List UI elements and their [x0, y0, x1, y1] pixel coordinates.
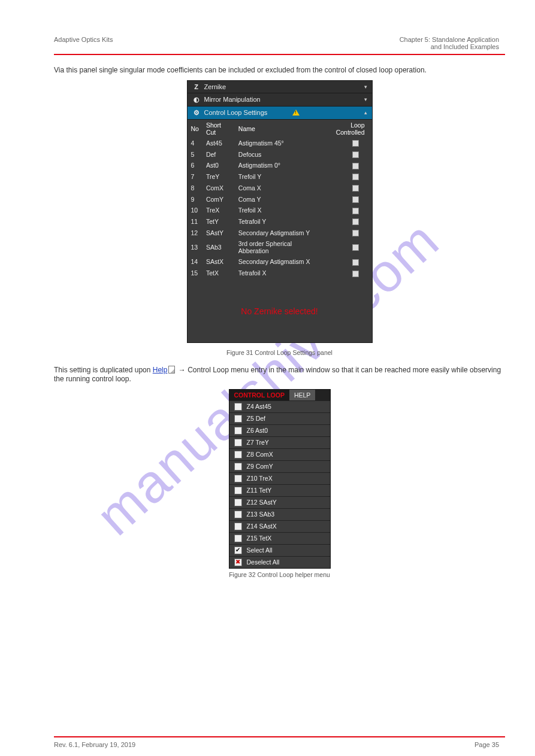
menu-tabs: CONTROL LOOP HELP [229, 390, 330, 400]
chevron-up-icon: ▴ [364, 110, 367, 116]
loop-checkbox[interactable] [352, 259, 359, 266]
checkbox[interactable] [234, 463, 242, 470]
list-item[interactable]: Z4 Ast45 [229, 400, 330, 412]
checkbox[interactable] [234, 475, 242, 482]
cell-name: Trefoil X [235, 205, 319, 216]
para-2: This setting is duplicated upon Help → C… [54, 365, 505, 384]
list-item[interactable]: Z14 SAstX [229, 520, 330, 532]
cell-sc: SAstX [202, 256, 235, 268]
cell-sc: Ast0 [202, 160, 235, 171]
loop-checkbox[interactable] [352, 196, 359, 203]
list-item[interactable]: Z6 Ast0 [229, 424, 330, 436]
col-loop-controlled: Loop Controlled [319, 120, 372, 138]
cell-name: 3rd order Spherical Abberation [235, 238, 319, 256]
table-row: 6Ast0Astigmatism 0° [188, 160, 372, 171]
list-item[interactable]: Z10 TreX [229, 472, 330, 484]
item-label: Z15 TetX [247, 535, 272, 542]
item-label: Z6 Ast0 [247, 427, 268, 434]
cell-name: Defocus [235, 148, 319, 160]
cell-name: Tetrafoil Y [235, 216, 319, 227]
zernike-icon: Z [192, 83, 201, 90]
header-right: Chapter 5: Standalone Application and In… [400, 36, 499, 50]
intro-paragraph: Via this panel single singular mode coef… [54, 66, 505, 75]
item-label: Z11 TetY [247, 487, 272, 494]
deselect-all-label: Deselect All [247, 558, 280, 566]
table-row: 13SAb33rd order Spherical Abberation [188, 238, 372, 256]
figure-31-caption: Figure 31 Control Loop Settings panel [54, 349, 505, 356]
list-item[interactable]: Z11 TetY [229, 484, 330, 496]
header-left: Adaptive Optics Kits [54, 36, 113, 43]
loop-checkbox[interactable] [352, 185, 359, 192]
checkbox[interactable] [234, 415, 242, 423]
table-row: 12SAstYSecondary Astigmatism Y [188, 227, 372, 238]
accordion-mirror-manipulation[interactable]: ◐ Mirror Manipulation ▾ [188, 93, 372, 107]
item-label: Z8 ComX [247, 451, 273, 458]
cell-no: 9 [188, 193, 202, 205]
cell-sc: TetX [202, 268, 235, 279]
list-item[interactable]: Z5 Def [229, 412, 330, 424]
tab-help[interactable]: HELP [289, 390, 315, 400]
cell-no: 11 [188, 216, 202, 227]
table-row: 10TreXTrefoil X [188, 205, 372, 216]
cell-name: Trefoil Y [235, 171, 319, 183]
checkbox-x[interactable] [234, 558, 242, 566]
list-item[interactable]: Z13 SAb3 [229, 508, 330, 520]
loop-checkbox[interactable] [352, 208, 359, 214]
cell-no: 5 [188, 148, 202, 160]
cell-sc: SAstY [202, 227, 235, 238]
checkbox-checked[interactable] [234, 546, 242, 554]
zernike-label: Zernike [204, 83, 226, 90]
loop-checkbox[interactable] [352, 163, 359, 169]
cell-name: Tetrafoil X [235, 268, 319, 279]
tab-control-loop[interactable]: CONTROL LOOP [229, 390, 289, 400]
footer-rev: Rev. 6.1, February 19, 2019 [54, 741, 135, 748]
table-row: 9ComYComa Y [188, 193, 372, 205]
control-loop-helper-menu: CONTROL LOOP HELP Z4 Ast45 Z5 Def Z6 Ast… [229, 389, 331, 569]
list-item[interactable]: Z7 TreY [229, 436, 330, 448]
list-item[interactable]: Z8 ComX [229, 448, 330, 460]
deselect-all-item[interactable]: Deselect All [229, 556, 330, 568]
loop-checkbox[interactable] [352, 174, 359, 180]
checkbox[interactable] [234, 451, 242, 459]
checkbox[interactable] [234, 439, 242, 447]
col-shortcut: Short Cut [202, 120, 235, 138]
loop-checkbox[interactable] [352, 218, 359, 225]
loop-checkbox[interactable] [352, 140, 359, 147]
accordion-zernike[interactable]: Z Zernike ▾ [188, 81, 372, 93]
checkbox[interactable] [234, 427, 242, 435]
checkbox[interactable] [234, 403, 242, 411]
checkbox[interactable] [234, 523, 242, 530]
loop-checkbox[interactable] [352, 230, 359, 236]
loop-checkbox[interactable] [352, 244, 359, 251]
cell-sc: SAb3 [202, 238, 235, 256]
accordion-control-loop-settings[interactable]: ⚙ Control Loop Settings ▴ [188, 107, 372, 120]
top-rule [54, 54, 505, 55]
table-row: 4Ast45Astigmatism 45° [188, 138, 372, 149]
item-label: Z5 Def [247, 415, 266, 422]
list-item[interactable]: Z15 TetX [229, 532, 330, 544]
table-row: 5DefDefocus [188, 148, 372, 160]
help-link[interactable]: Help [153, 366, 168, 374]
table-row: 11TetYTetrafoil Y [188, 216, 372, 227]
list-item[interactable]: Z12 SAstY [229, 496, 330, 508]
cell-no: 10 [188, 205, 202, 216]
list-item[interactable]: Z9 ComY [229, 460, 330, 472]
cell-sc: TreX [202, 205, 235, 216]
figure-32-caption: Figure 32 Control Loop helper menu [54, 571, 505, 578]
loop-checkbox[interactable] [352, 151, 359, 158]
checkbox[interactable] [234, 487, 242, 494]
checkbox[interactable] [234, 499, 242, 506]
table-row: 7TreYTrefoil Y [188, 171, 372, 183]
table-row: 8ComXComa X [188, 182, 372, 193]
cell-name: Secondary Astigmatism Y [235, 227, 319, 238]
cell-name: Astigmatism 0° [235, 160, 319, 171]
select-all-item[interactable]: Select All [229, 544, 330, 556]
cell-no: 6 [188, 160, 202, 171]
mirror-label: Mirror Manipulation [204, 96, 261, 103]
cell-sc: ComY [202, 193, 235, 205]
checkbox[interactable] [234, 535, 242, 542]
warning-icon [292, 110, 300, 116]
checkbox[interactable] [234, 511, 242, 518]
cls-label: Control Loop Settings [204, 109, 268, 116]
loop-checkbox[interactable] [352, 271, 359, 277]
